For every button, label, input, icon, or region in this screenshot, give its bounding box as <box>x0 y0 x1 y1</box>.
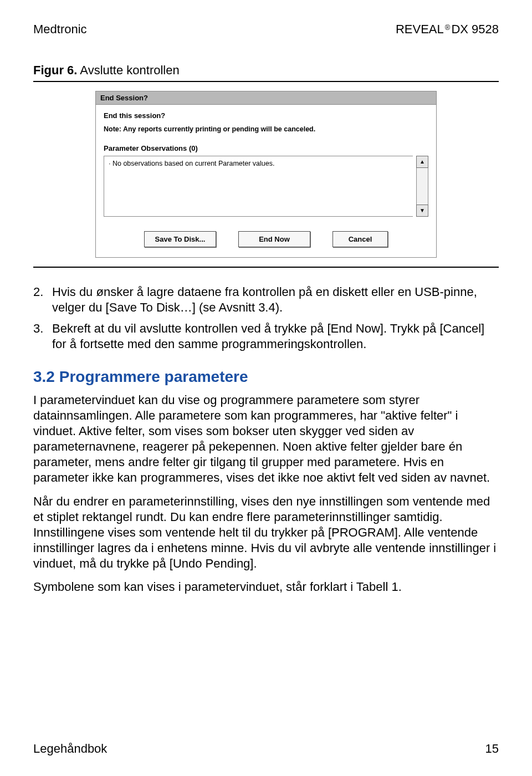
end-session-dialog: End Session? End this session? Note: Any… <box>94 90 438 259</box>
body-paragraph: Når du endrer en parameterinnstilling, v… <box>33 494 499 572</box>
body-paragraph: I parametervinduet kan du vise og progra… <box>33 392 499 486</box>
figure-area: End Session? End this session? Note: Any… <box>33 90 499 259</box>
page-footer: Legehåndbok 15 <box>33 742 499 756</box>
page-header: Medtronic REVEAL ® DX 9528 <box>33 22 499 37</box>
cancel-button[interactable]: Cancel <box>332 231 388 247</box>
brand-right: REVEAL ® DX 9528 <box>396 22 499 37</box>
page-number: 15 <box>485 742 499 756</box>
dialog-note: Note: Any reports currently printing or … <box>104 125 428 133</box>
step-text: Hvis du ønsker å lagre dataene fra kontr… <box>52 285 477 314</box>
scroll-track[interactable] <box>416 168 428 205</box>
body-paragraph: Symbolene som kan vises i parametervindu… <box>33 579 499 595</box>
scroll-down-icon[interactable]: ▼ <box>416 205 428 217</box>
figure-rule-bottom <box>33 267 499 268</box>
figure-number: Figur 6. <box>33 63 77 77</box>
scroll-up-icon[interactable]: ▲ <box>416 156 428 168</box>
numbered-step-2: 2.Hvis du ønsker å lagre dataene fra kon… <box>52 284 499 315</box>
save-to-disk-button[interactable]: Save To Disk... <box>144 231 216 247</box>
dialog-body: End this session? Note: Any reports curr… <box>95 105 437 258</box>
figure-rule-top <box>33 81 499 82</box>
step-number: 3. <box>33 321 52 336</box>
observations-area: · No observations based on current Param… <box>104 156 428 217</box>
figure-caption: Figur 6. Avslutte kontrollen <box>33 63 499 78</box>
dialog-titlebar: End Session? <box>95 91 437 105</box>
end-now-button[interactable]: End Now <box>238 231 310 247</box>
dialog-button-row: Save To Disk... End Now Cancel <box>104 231 428 247</box>
figure-title: Avslutte kontrollen <box>77 63 179 77</box>
numbered-step-3: 3.Bekreft at du vil avslutte kontrollen … <box>52 321 499 352</box>
registered-icon: ® <box>445 23 451 32</box>
step-number: 2. <box>33 284 52 300</box>
parameter-observations-label: Parameter Observations (0) <box>104 144 428 152</box>
step-text: Bekreft at du vil avslutte kontrollen ve… <box>52 321 484 351</box>
model-number: DX 9528 <box>451 22 499 37</box>
section-heading: 3.2 Programmere parametere <box>33 368 499 386</box>
dialog-question: End this session? <box>104 111 428 120</box>
footer-left: Legehåndbok <box>33 742 107 756</box>
brand-name: REVEAL <box>396 22 444 37</box>
observation-item: · No observations based on current Param… <box>109 160 274 167</box>
scrollbar[interactable]: ▲ ▼ <box>416 156 428 217</box>
observations-list: · No observations based on current Param… <box>104 156 413 217</box>
brand-left: Medtronic <box>33 22 87 37</box>
